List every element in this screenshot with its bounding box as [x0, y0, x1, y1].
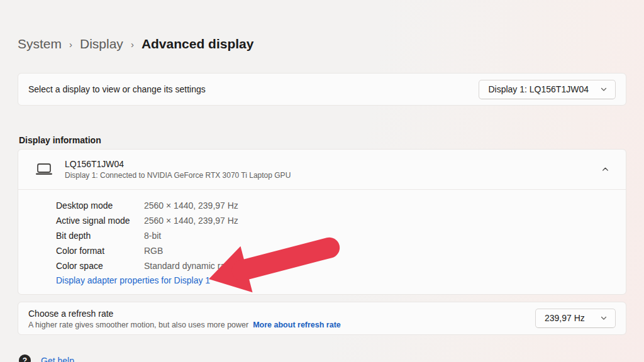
display-model-title: LQ156T1JW04 — [65, 158, 596, 170]
select-display-card: Select a display to view or change its s… — [18, 73, 626, 106]
refresh-rate-card: Choose a refresh rate A higher rate give… — [18, 302, 626, 335]
display-adapter-properties-link[interactable]: Display adapter properties for Display 1 — [56, 273, 210, 288]
detail-label: Desktop mode — [56, 198, 144, 213]
detail-value: RGB — [144, 243, 163, 258]
more-about-refresh-rate-link[interactable]: More about refresh rate — [253, 321, 341, 329]
detail-value: 2560 × 1440, 239,97 Hz — [144, 198, 238, 213]
display-expander-titles: LQ156T1JW04 Display 1: Connected to NVID… — [65, 158, 596, 180]
detail-value: Standard dynamic ran — [144, 258, 230, 273]
advanced-display-page: System › Display › Advanced display Sele… — [0, 0, 644, 335]
breadcrumb-display[interactable]: Display — [80, 35, 123, 53]
detail-label: Bit depth — [56, 228, 144, 243]
breadcrumb-system[interactable]: System — [18, 35, 62, 53]
display-connection-subtitle: Display 1: Connected to NVIDIA GeForce R… — [65, 170, 596, 180]
refresh-rate-dropdown[interactable]: 239,97 Hz — [535, 309, 616, 328]
breadcrumb-separator-icon: › — [131, 36, 134, 53]
detail-row-color-format: Color format RGB — [56, 243, 616, 258]
display-select-value: Display 1: LQ156T1JW04 — [488, 84, 589, 94]
refresh-rate-texts: Choose a refresh rate A higher rate give… — [28, 307, 341, 329]
detail-value: 8-bit — [144, 228, 161, 243]
breadcrumb: System › Display › Advanced display — [18, 0, 626, 53]
refresh-rate-subtitle: A higher rate gives smoother motion, but… — [28, 321, 248, 329]
detail-label: Active signal mode — [56, 213, 144, 228]
display-select-dropdown[interactable]: Display 1: LQ156T1JW04 — [479, 80, 616, 99]
detail-label: Color format — [56, 243, 144, 258]
breadcrumb-current-advanced-display: Advanced display — [142, 35, 254, 53]
display-information-heading: Display information — [19, 134, 626, 146]
breadcrumb-separator-icon: › — [69, 36, 72, 53]
display-expander-header[interactable]: LQ156T1JW04 Display 1: Connected to NVID… — [18, 150, 626, 189]
detail-row-color-space: Color space Standard dynamic ran — [56, 258, 616, 273]
detail-row-bit-depth: Bit depth 8-bit — [56, 228, 616, 243]
refresh-rate-value: 239,97 Hz — [545, 313, 585, 323]
display-information-card: LQ156T1JW04 Display 1: Connected to NVID… — [18, 149, 626, 295]
detail-row-active-signal-mode: Active signal mode 2560 × 1440, 239,97 H… — [56, 213, 616, 228]
display-details: Desktop mode 2560 × 1440, 239,97 Hz Acti… — [18, 190, 626, 294]
get-help-icon: ? — [19, 354, 31, 362]
laptop-icon — [33, 160, 55, 179]
detail-row-desktop-mode: Desktop mode 2560 × 1440, 239,97 Hz — [56, 198, 616, 213]
select-display-label: Select a display to view or change its s… — [28, 84, 206, 94]
detail-label: Color space — [56, 258, 144, 273]
chevron-down-icon — [600, 85, 608, 93]
refresh-rate-title: Choose a refresh rate — [28, 307, 341, 320]
footer: ? Get help — [19, 354, 74, 362]
detail-value: 2560 × 1440, 239,97 Hz — [144, 213, 238, 228]
chevron-up-icon[interactable] — [596, 160, 614, 179]
chevron-down-icon — [600, 314, 608, 322]
get-help-link[interactable]: Get help — [41, 356, 74, 362]
